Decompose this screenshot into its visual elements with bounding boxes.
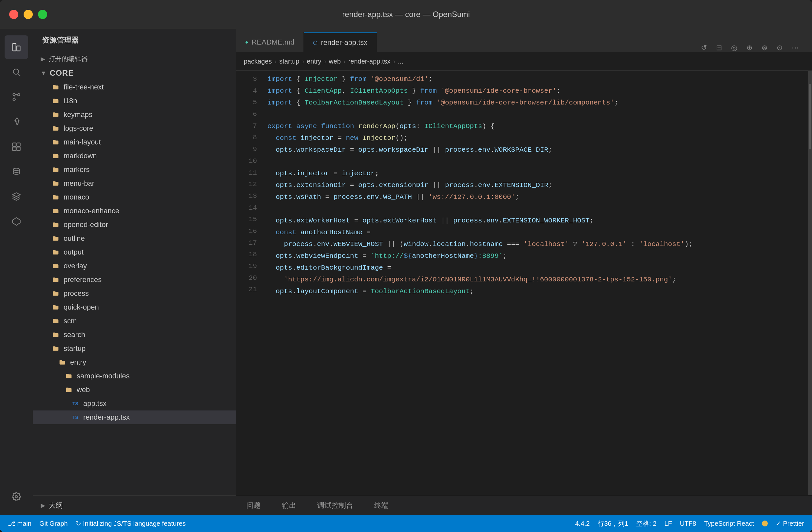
panel-tab-output[interactable]: 输出 bbox=[271, 496, 307, 515]
tree-item-process[interactable]: process bbox=[33, 287, 236, 300]
panel-tab-problems[interactable]: 问题 bbox=[236, 496, 271, 515]
svg-point-2 bbox=[13, 69, 19, 74]
bc-render-app[interactable]: render-app.tsx bbox=[348, 58, 391, 65]
tree-item-web[interactable]: web bbox=[33, 383, 236, 397]
svg-point-11 bbox=[13, 168, 20, 171]
tree-item-label: monaco-enhance bbox=[63, 207, 119, 215]
tree-item-output[interactable]: output bbox=[33, 245, 236, 259]
code-line-14 bbox=[267, 203, 808, 215]
tree-item-entry[interactable]: entry bbox=[33, 355, 236, 369]
status-encoding[interactable]: LF bbox=[664, 520, 672, 528]
tree-item-monaco[interactable]: monaco bbox=[33, 190, 236, 204]
tree-item-label: process bbox=[63, 289, 89, 298]
minimize-button[interactable] bbox=[24, 10, 33, 19]
activity-item-extensions[interactable] bbox=[4, 135, 28, 159]
tree-item-quick-open[interactable]: quick-open bbox=[33, 300, 236, 314]
open-editors-section[interactable]: ▶ 打开的编辑器 bbox=[33, 52, 236, 66]
bc-web[interactable]: web bbox=[329, 58, 341, 65]
status-spaces[interactable]: 空格: 2 bbox=[636, 519, 656, 528]
split-editor-icon[interactable]: ⊟ bbox=[716, 44, 722, 52]
tree-item-label: sample-modules bbox=[77, 372, 129, 380]
tree-item-scm[interactable]: scm bbox=[33, 314, 236, 328]
folder-icon bbox=[51, 165, 60, 174]
tree-item-main-layout[interactable]: main-layout bbox=[33, 135, 236, 149]
core-chevron: ▼ bbox=[41, 70, 46, 77]
status-version[interactable]: 4.4.2 bbox=[575, 520, 590, 528]
core-label: CORE bbox=[50, 69, 74, 78]
status-position[interactable]: 行36，列1 bbox=[598, 519, 628, 528]
tree-item-render-app-tsx[interactable]: TS render-app.tsx bbox=[33, 411, 236, 424]
tree-item-sample-modules[interactable]: sample-modules bbox=[33, 369, 236, 383]
close-button[interactable] bbox=[9, 10, 18, 19]
tree-item-keymaps[interactable]: keymaps bbox=[33, 108, 236, 121]
tree-item-label: search bbox=[63, 330, 85, 339]
activity-item-git[interactable] bbox=[4, 210, 28, 233]
activity-item-settings[interactable] bbox=[4, 485, 28, 508]
core-section[interactable]: ▼ CORE bbox=[33, 66, 236, 80]
tab-bar: ● README.md ⬡ render-app.tsx ↺ ⊟ ◎ ⊕ ⊗ ⊙… bbox=[236, 29, 812, 53]
bc-startup[interactable]: startup bbox=[279, 58, 299, 65]
activity-item-search[interactable] bbox=[4, 60, 28, 84]
tree-item-outline[interactable]: outline bbox=[33, 232, 236, 245]
tab-readme[interactable]: ● README.md bbox=[236, 32, 304, 52]
status-branch[interactable]: ⎇ main bbox=[8, 519, 31, 528]
tree-item-startup[interactable]: startup bbox=[33, 342, 236, 355]
tree-item-logs-core[interactable]: logs-core bbox=[33, 121, 236, 135]
status-language[interactable]: TypeScript React bbox=[704, 520, 754, 528]
tab-render-app[interactable]: ⬡ render-app.tsx bbox=[304, 32, 377, 52]
status-charset[interactable]: UTF8 bbox=[680, 520, 696, 528]
tree-item-preferences[interactable]: preferences bbox=[33, 273, 236, 287]
history-icon[interactable]: ↺ bbox=[701, 44, 707, 52]
activity-item-debug[interactable] bbox=[4, 110, 28, 134]
editor-icon1[interactable]: ◎ bbox=[731, 44, 737, 52]
tree-item-markers[interactable]: markers bbox=[33, 163, 236, 177]
bc-entry[interactable]: entry bbox=[307, 58, 321, 65]
tree-item-markdown[interactable]: markdown bbox=[33, 149, 236, 163]
outline-section[interactable]: ▶ 大纲 bbox=[33, 495, 236, 515]
folder-open-icon bbox=[51, 344, 60, 353]
tree-item-file-tree-next[interactable]: file-tree-next bbox=[33, 80, 236, 94]
code-line-4: import { ClientApp, IClientAppOpts } fro… bbox=[267, 85, 808, 97]
maximize-button[interactable] bbox=[38, 10, 47, 19]
editor-icon2[interactable]: ⊕ bbox=[746, 44, 752, 52]
more-icon[interactable]: ⋯ bbox=[792, 44, 799, 52]
folder-open-icon bbox=[64, 385, 73, 395]
status-git-graph[interactable]: Git Graph bbox=[39, 520, 68, 528]
panel-tab-debug-console[interactable]: 调试控制台 bbox=[307, 496, 364, 515]
svg-marker-12 bbox=[12, 218, 20, 225]
tree-item-opened-editor[interactable]: opened-editor bbox=[33, 218, 236, 232]
status-prettier[interactable]: ✓ Prettier bbox=[775, 519, 804, 528]
folder-icon bbox=[51, 248, 60, 257]
main-content: 资源管理器 ▶ 打开的编辑器 ▼ CORE file-tree-next bbox=[0, 29, 812, 515]
tree-item-label: keymaps bbox=[63, 110, 92, 119]
tree-item-i18n[interactable]: i18n bbox=[33, 94, 236, 108]
tree-item-label: i18n bbox=[63, 97, 77, 105]
svg-point-5 bbox=[18, 94, 20, 96]
bc-packages[interactable]: packages bbox=[244, 58, 272, 65]
tree-item-menu-bar[interactable]: menu-bar bbox=[33, 177, 236, 190]
tree-item-monaco-enhance[interactable]: monaco-enhance bbox=[33, 204, 236, 218]
line-numbers: 3 4 5 6 7 8 9 10 11 12 13 14 15 16 17 18 bbox=[236, 71, 262, 495]
activity-item-database[interactable] bbox=[4, 160, 28, 183]
app-window: render-app.tsx — core — OpenSumi bbox=[0, 0, 812, 532]
tree-item-label: main-layout bbox=[63, 138, 101, 146]
code-line-11: opts.injector = injector; bbox=[267, 168, 808, 179]
bc-ellipsis[interactable]: ... bbox=[398, 58, 403, 65]
activity-item-layers[interactable] bbox=[4, 185, 28, 208]
vertical-scrollbar[interactable] bbox=[808, 71, 812, 495]
editor-icon3[interactable]: ⊗ bbox=[762, 44, 767, 52]
tree-item-label: markers bbox=[63, 165, 89, 174]
tree-item-search[interactable]: search bbox=[33, 328, 236, 342]
tree-item-overlay[interactable]: overlay bbox=[33, 259, 236, 273]
folder-icon bbox=[51, 220, 60, 229]
tree-item-label: startup bbox=[63, 344, 86, 353]
panel-tab-terminal[interactable]: 终端 bbox=[364, 496, 399, 515]
editor-icon4[interactable]: ⊙ bbox=[777, 44, 783, 52]
activity-item-explorer[interactable] bbox=[4, 35, 28, 59]
code-line-20: 'https://img.alicdn.com/imgextra/i2/O1CN… bbox=[267, 274, 808, 286]
code-content[interactable]: import { Injector } from '@opensumi/di';… bbox=[262, 71, 808, 495]
activity-item-scm[interactable] bbox=[4, 85, 28, 109]
tree-item-label: app.tsx bbox=[83, 399, 106, 408]
tree-item-app-tsx[interactable]: TS app.tsx bbox=[33, 397, 236, 411]
folder-icon bbox=[51, 303, 60, 312]
